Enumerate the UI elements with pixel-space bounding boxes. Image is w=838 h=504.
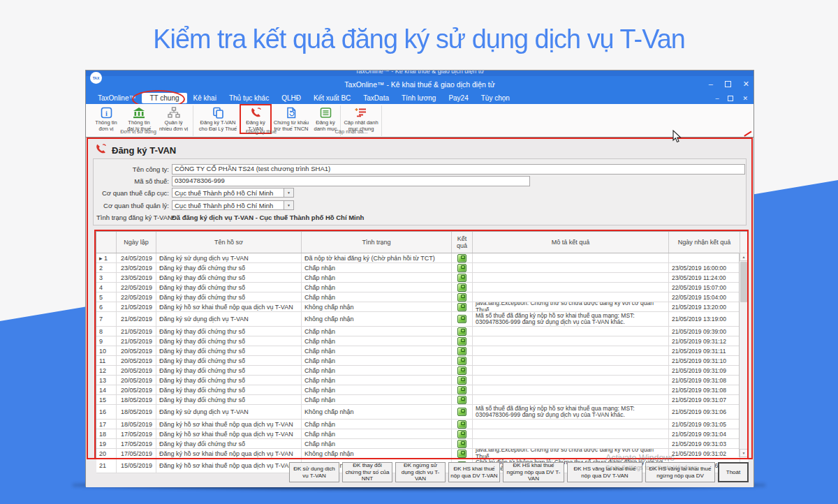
column-header-4[interactable]: Kết quả [452,232,473,253]
result-green-icon[interactable] [457,327,466,336]
result-green-icon[interactable] [457,254,466,262]
result-green-icon[interactable] [457,386,466,394]
footer-button--k-hs-v-ng-lai-khai-thu-ng-ng-[interactable]: ĐK HS vãng lai khai thuế ngừng nộp qua D… [645,462,715,482]
status-cell: Không chấp nhận [302,312,452,326]
column-header-6[interactable]: Ngày nhận kết quả [669,232,740,253]
result-green-icon[interactable] [457,440,466,448]
menu-tab-qlh-[interactable]: QLHĐ [275,93,307,103]
status-cell: Chấp nhận [302,346,452,355]
table-row[interactable]: 1917/05/2019Đăng ký thay đổi chứng thư s… [96,439,748,449]
table-row[interactable]: 1718/05/2019Đăng ký hồ sơ khai thuế nộp … [96,420,748,429]
tvan-status-value: Đã đăng ký dịch vụ T-VAN - Cục thuế Thàn… [172,214,364,221]
footer-button--k-hs-khai-thu-ng-ng-n-p-qua-d[interactable]: ĐK HS khai thuế ngừng nộp qua DV T-VAN [503,462,564,482]
footer-button--k-ng-ng-s-d-ng-d-ch-v-t-van[interactable]: ĐK ngừng sử dụng dịch vụ T-VAN [395,462,446,482]
menu-tab-k-t-xu-t-bc[interactable]: Kết xuất BC [307,93,357,103]
footer-button--k-thay-i-ch-ng-th-s-c-a-nnt[interactable]: ĐK thay đổi chứng thư số của NNT [342,462,392,482]
company-name-field[interactable]: CÔNG TY CỔ PHẦN TS24 (test chương trình … [172,164,745,175]
footer-button--k-hs-khai-thu-n-p-qua-dv-t-va[interactable]: ĐK HS khai thuế nộp qua DV T-VAN [448,462,500,482]
table-row[interactable]: 721/05/2019Đăng ký sử dụng dịch vụ T-VAN… [96,312,748,327]
table-row[interactable]: 621/05/2019Đăng ký hồ sơ khai thuế nộp q… [96,302,748,312]
clipped-title-text: TaxOnline™ - Kê khai thuế & giao dịch đi… [86,71,754,75]
table-row[interactable]: 323/05/2019Đăng ký thay đổi chứng thư số… [96,273,748,283]
close-icon[interactable]: ✕ [743,80,749,88]
table-row[interactable]: 921/05/2019Đăng ký thay đổi chứng thư số… [96,336,748,346]
result-green-icon[interactable] [457,293,466,302]
menu-tab-t-nh-l-ng[interactable]: Tính lương [395,93,442,103]
result-green-icon[interactable] [457,357,466,365]
table-row[interactable]: 1817/05/2019Đăng ký hồ sơ khai thuế nộp … [96,429,748,439]
mdi-minimize-icon[interactable]: – [715,95,719,102]
column-header-2[interactable]: Tên hồ sơ [156,232,302,253]
result-green-icon[interactable] [457,347,466,355]
menu-tab-taxonline-[interactable]: TaxOnline™ [91,93,142,103]
tax-code-field[interactable]: 0309478306-999 [172,176,530,186]
table-row[interactable]: 1518/05/2019Đăng ký thay đổi chứng thư s… [96,395,748,405]
result-green-icon[interactable] [457,315,466,323]
table-row[interactable]: 1220/05/2019Đăng ký thay đổi chứng thư s… [96,366,748,376]
result-green-icon[interactable] [457,420,466,429]
row-number-cell: 18 [96,429,117,438]
column-header-1[interactable]: Ngày lập [117,232,156,253]
table-row[interactable]: 522/05/2019Đăng ký thay đổi chứng thư số… [96,292,748,302]
row-number-cell: 20 [96,449,117,458]
menu-tab-tt-chung[interactable]: TT chung [142,93,186,103]
result-green-icon[interactable] [457,430,466,438]
tax-dept-select[interactable]: Cục thuế Thành phố Hồ Chí Minh ▼ [172,188,294,198]
panel-title: Đăng ký T-VAN [112,145,176,156]
footer-button--k-hs-v-ng-lai-khai-thu-n-p-qu[interactable]: ĐK HS vãng lai khai thuế nộp qua DV T-VA… [567,462,642,482]
menu-tab-taxdata[interactable]: TaxData [357,93,395,103]
table-scrollbar[interactable]: ▲ ▼ [739,253,748,457]
mdi-close-icon[interactable]: ✕ [742,95,748,102]
table-row[interactable]: 1120/05/2019Đăng ký thay đổi chứng thư s… [96,356,748,366]
table-row[interactable]: 422/05/2019Đăng ký thay đổi chứng thư số… [96,283,748,292]
table-row[interactable]: 1320/05/2019Đăng ký thay đổi chứng thư s… [96,376,748,385]
document-name-cell: Đăng ký thay đổi chứng thư số [156,336,302,346]
menu-tab-pay24[interactable]: Pay24 [442,93,474,103]
scroll-down-icon[interactable]: ▼ [740,449,748,457]
column-header-rownum[interactable] [96,232,117,253]
date-received-cell: 23/05/2019 16:00:00 [669,263,740,272]
result-green-icon[interactable] [457,337,466,346]
table-row[interactable]: 1420/05/2019Đăng ký thay đổi chứng thư s… [96,385,748,395]
footer-button-tho-t[interactable]: Thoát [718,462,749,482]
row-number-cell: 11 [96,356,117,365]
row-number-cell: 15 [96,395,117,404]
ribbon-group-label: Cập nhật da... [332,128,371,135]
table-row[interactable]: ▸ 124/05/2019Đăng ký sử dụng dịch vụ T-V… [96,253,748,263]
menu-tab-t-y-ch-n[interactable]: Tùy chọn [475,93,516,103]
window-title: TaxOnline™ - Kê khai thuế & giao dịch đi… [344,80,494,89]
minimize-icon[interactable]: – [709,80,713,88]
table-row[interactable]: 1618/05/2019Đăng ký sử dụng dịch vụ T-VA… [96,405,748,420]
scroll-up-icon[interactable]: ▲ [740,253,748,261]
footer-button--k-s-d-ng-d-ch-v-t-van[interactable]: ĐK sử dụng dịch vụ T-VAN [289,462,339,482]
result-green-icon[interactable] [457,283,466,292]
result-green-icon[interactable] [457,450,466,458]
mdi-restore-icon[interactable] [728,96,733,101]
column-header-3[interactable]: Tình trạng [302,232,452,253]
document-name-cell: Đăng ký sử dụng dịch vụ T-VAN [156,253,302,262]
column-header-5[interactable]: Mô tả kết quả [473,232,669,253]
chevron-down-icon[interactable]: ▼ [284,188,293,197]
date-created-cell: 20/05/2019 [117,346,156,355]
result-green-icon[interactable] [457,366,466,375]
managing-dept-select[interactable]: Cục thuế Thành phố Hồ Chí Minh ▼ [172,200,294,210]
result-green-icon[interactable] [457,303,466,311]
result-green-icon[interactable] [457,274,466,282]
restore-icon[interactable] [725,81,731,87]
result-green-icon[interactable] [457,396,466,404]
result-cell [452,395,473,404]
table-row[interactable]: 821/05/2019Đăng ký thay đổi chứng thư số… [96,327,748,336]
result-green-icon[interactable] [457,376,466,385]
menu-tab-th-t-c-kh-c[interactable]: Thủ tục khác [223,93,275,103]
status-cell: Chấp nhận [302,356,452,365]
table-row[interactable]: 1020/05/2019Đăng ký thay đổi chứng thư s… [96,346,748,356]
result-green-icon[interactable] [457,264,466,272]
result-green-icon[interactable] [457,408,466,416]
menu-tab-k-khai[interactable]: Kê khai [187,93,223,103]
table-row[interactable]: 223/05/2019Đăng ký thay đổi chứng thư số… [96,263,748,273]
date-created-cell: 18/05/2019 [117,420,156,429]
date-created-cell: 20/05/2019 [117,366,156,375]
scrollbar-thumb[interactable] [740,262,747,302]
table-row[interactable]: 2017/05/2019Đăng ký hồ sơ khai thuế nộp … [96,449,748,459]
chevron-down-icon[interactable]: ▼ [284,201,293,209]
